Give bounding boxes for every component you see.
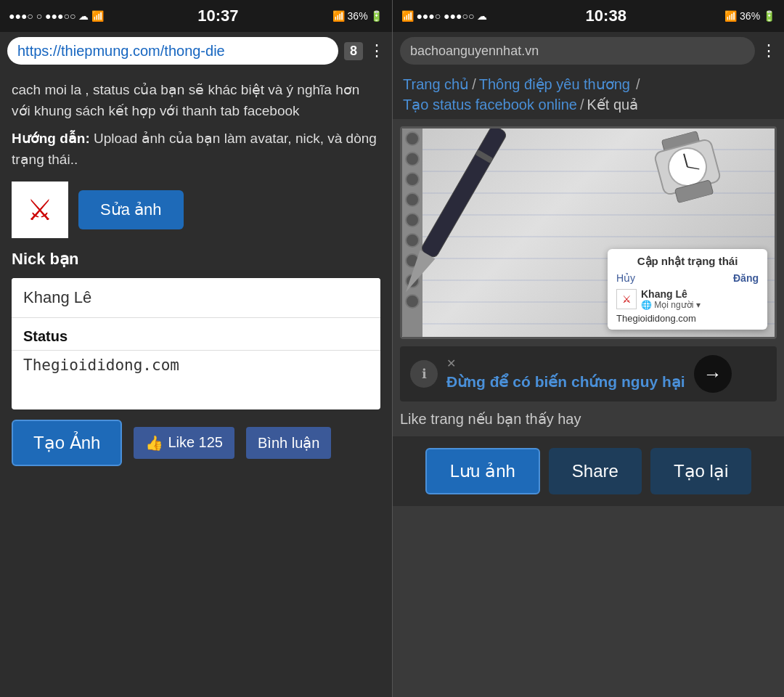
- browser-bar-right: bachoanguyennhat.vn ⋮: [393, 32, 784, 70]
- right-status-bar: 📶 ●●●○ ●●●○○ ☁ 10:38 📶 36% 🔋: [393, 0, 785, 32]
- fb-audience: 🌐 Mọi người ▾: [641, 300, 701, 310]
- bottom-actions: Lưu ảnh Share Tạo lại: [393, 436, 784, 506]
- ad-text: Đừng để có biến chứng nguy hại: [446, 372, 685, 391]
- right-signal-icon: 📶 ●●●○ ●●●○○ ☁: [401, 10, 488, 22]
- fb-user-info: Khang Lê 🌐 Mọi người ▾: [641, 288, 701, 310]
- status-label: Status: [12, 318, 380, 350]
- fb-card-user-row: ⚔ Khang Lê 🌐 Mọi người ▾: [616, 288, 759, 310]
- avatar-row: ⚔ Sửa ảnh: [12, 182, 380, 238]
- ad-content: ✕ Đừng để có biến chứng nguy hại: [446, 356, 685, 391]
- guide-text: Hướng dẫn: Upload ảnh của bạn làm avatar…: [12, 129, 380, 170]
- ad-icon: ℹ: [410, 360, 438, 388]
- left-status-bar: ●●●○ ○ ●●●○○ ☁ 📶 10:37 📶 36% 🔋: [0, 0, 392, 32]
- svg-marker-8: [402, 250, 435, 297]
- status-textarea[interactable]: Thegioididong.com: [12, 351, 380, 403]
- right-browser-menu-button[interactable]: ⋮: [761, 41, 777, 60]
- ad-close-icon[interactable]: ✕: [446, 356, 685, 370]
- url-bar-right[interactable]: bachoanguyennhat.vn: [400, 37, 755, 65]
- left-content-area: cach moi la , status của bạn sẽ khác biệ…: [0, 70, 392, 697]
- fb-mini-avatar: ⚔: [616, 289, 637, 309]
- breadcrumb-tao-status[interactable]: Tạo status facebook online: [403, 96, 577, 113]
- url-bar-left[interactable]: https://thiepmung.com/thong-die: [7, 37, 338, 65]
- battery-icon: 📶 36% 🔋: [332, 10, 383, 22]
- avatar-box: ⚔: [12, 182, 68, 238]
- pen-image: [431, 129, 475, 315]
- nick-input[interactable]: [12, 278, 380, 318]
- tab-count[interactable]: 8: [344, 42, 363, 60]
- right-battery: 📶 36% 🔋: [724, 10, 775, 22]
- right-battery-icon: 📶 36% 🔋: [724, 10, 775, 22]
- fb-username: Khang Lê: [641, 288, 701, 300]
- share-button[interactable]: Share: [549, 448, 642, 494]
- url-text: https://thiepmung.com/thong-die: [17, 43, 225, 60]
- info-icon: ℹ: [422, 366, 427, 382]
- right-signal-icons: 📶 ●●●○ ●●●○○ ☁: [401, 10, 488, 22]
- facebook-card: Cập nhật trạng thái Hủy Đăng ⚔ Khang Lê …: [608, 249, 767, 330]
- binh-luan-button[interactable]: Bình luận: [246, 427, 331, 459]
- spiral-dot: [405, 213, 420, 227]
- like-button[interactable]: 👍 Like 125: [134, 427, 234, 459]
- nick-label: Nick bạn: [12, 247, 380, 271]
- form-panel: Status Thegioididong.com: [12, 278, 380, 409]
- fb-dang: Đăng: [733, 272, 759, 284]
- like-trang-text: Like trang nếu bạn thấy hay: [393, 407, 784, 436]
- like-count: Like 125: [168, 434, 223, 451]
- fb-card-title: Cập nhật trạng thái: [616, 255, 759, 268]
- watch-image: [615, 134, 760, 203]
- sua-anh-button[interactable]: Sửa ảnh: [78, 190, 184, 229]
- right-time: 10:38: [586, 7, 626, 25]
- luu-anh-button[interactable]: Lưu ảnh: [425, 448, 540, 494]
- signal-icon: ●●●○ ○ ●●●○○ ☁ 📶: [9, 10, 104, 22]
- breadcrumb-ket-qua: Kết quả: [587, 96, 638, 113]
- right-url-text: bachoanguyennhat.vn: [410, 44, 539, 59]
- description-text: cach moi la , status của bạn sẽ khác biệ…: [12, 80, 380, 121]
- arrow-right-icon: →: [703, 363, 722, 386]
- thumbs-up-icon: 👍: [145, 434, 163, 452]
- breadcrumb: Trang chủ / Thông điệp yêu thương / Tạo …: [393, 70, 784, 119]
- action-row: Tạo Ảnh 👍 Like 125 Bình luận: [12, 420, 380, 476]
- spiral-dot: [405, 131, 420, 146]
- generated-image-area: Cập nhật trạng thái Hủy Đăng ⚔ Khang Lê …: [400, 126, 777, 339]
- breadcrumb-thong-diep[interactable]: Thông điệp yêu thương: [479, 76, 630, 93]
- right-content-area: Trang chủ / Thông điệp yêu thương / Tạo …: [393, 70, 784, 697]
- spiral-dot: [405, 192, 420, 207]
- breadcrumb-sep1: /: [472, 76, 476, 93]
- fb-huy: Hủy: [616, 272, 635, 284]
- right-panel: bachoanguyennhat.vn ⋮ Trang chủ / Thông …: [393, 32, 784, 697]
- generated-image: Cập nhật trạng thái Hủy Đăng ⚔ Khang Lê …: [402, 129, 775, 337]
- left-panel: https://thiepmung.com/thong-die 8 ⋮ cach…: [0, 32, 392, 697]
- tao-lai-button[interactable]: Tạo lại: [650, 448, 751, 494]
- ad-arrow-button[interactable]: →: [694, 355, 732, 393]
- breadcrumb-sep2: /: [636, 76, 640, 93]
- spiral-dot: [405, 152, 420, 166]
- left-signal-icons: ●●●○ ○ ●●●○○ ☁ 📶: [9, 10, 104, 22]
- description-main: cach moi la , status của bạn sẽ khác biệ…: [12, 82, 359, 118]
- fb-status-text: Thegioididong.com: [616, 313, 759, 324]
- fb-card-actions: Hủy Đăng: [616, 272, 759, 284]
- guide-bold: Hướng dẫn:: [12, 131, 90, 146]
- breadcrumb-sep3: /: [580, 97, 584, 113]
- spiral-dot: [405, 172, 420, 187]
- avatar-icon: ⚔: [27, 188, 53, 232]
- browser-bar-left: https://thiepmung.com/thong-die 8 ⋮: [0, 32, 392, 70]
- left-battery: 📶 36% 🔋: [332, 10, 383, 22]
- breadcrumb-home[interactable]: Trang chủ: [403, 76, 469, 93]
- tao-anh-button[interactable]: Tạo Ảnh: [12, 420, 122, 466]
- left-time: 10:37: [197, 7, 238, 25]
- ad-area: ℹ ✕ Đừng để có biến chứng nguy hại →: [400, 346, 777, 402]
- browser-menu-button[interactable]: ⋮: [369, 41, 385, 60]
